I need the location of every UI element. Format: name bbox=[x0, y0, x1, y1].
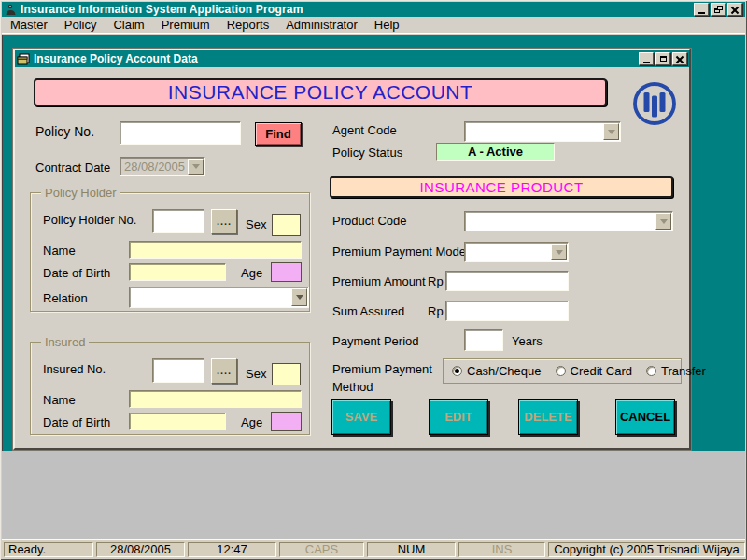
relation-label: Relation bbox=[43, 291, 88, 305]
payment-period-input[interactable] bbox=[464, 329, 503, 351]
menu-premium[interactable]: Premium bbox=[153, 17, 218, 33]
company-logo-icon bbox=[631, 80, 678, 127]
payment-method-group: Cash/Cheque Credit Card Transfer bbox=[443, 358, 682, 384]
main-titlebar[interactable]: Insurance Information System Application… bbox=[2, 2, 745, 17]
policy-holder-no-input[interactable] bbox=[152, 209, 204, 233]
policy-status-label: Policy Status bbox=[332, 146, 402, 160]
maximize-icon bbox=[660, 56, 667, 62]
menu-help[interactable]: Help bbox=[366, 17, 408, 33]
insured-age-label: Age bbox=[241, 415, 262, 429]
insured-sex-field bbox=[272, 363, 301, 385]
close-icon bbox=[676, 56, 684, 63]
radio-selected-icon bbox=[452, 366, 462, 376]
insured-age-field bbox=[271, 412, 302, 431]
policy-holder-no-label: Policy Holder No. bbox=[43, 213, 136, 227]
app-icon bbox=[5, 4, 17, 16]
insured-no-label: Insured No. bbox=[43, 362, 106, 376]
find-button[interactable]: Find bbox=[255, 122, 302, 146]
sum-assured-currency-label: Rp bbox=[428, 304, 444, 318]
child-minimize-button[interactable] bbox=[639, 52, 654, 65]
form-icon bbox=[17, 53, 30, 65]
insured-dob-input[interactable] bbox=[129, 413, 226, 430]
insured-name-label: Name bbox=[43, 393, 76, 407]
save-button: SAVE bbox=[331, 399, 391, 435]
child-restore-button[interactable] bbox=[655, 52, 670, 65]
child-titlebar[interactable]: Insurance Policy Account Data bbox=[15, 50, 689, 67]
contract-date-combobox: 28/08/2005 bbox=[120, 157, 205, 176]
policy-holder-dob-input[interactable] bbox=[129, 263, 226, 281]
dropdown-arrow-icon[interactable] bbox=[551, 244, 567, 260]
close-icon bbox=[731, 7, 739, 13]
edit-button: EDIT bbox=[429, 399, 488, 435]
product-code-combobox[interactable] bbox=[464, 211, 673, 231]
relation-combobox[interactable] bbox=[129, 287, 309, 308]
status-caps: CAPS bbox=[279, 542, 364, 557]
menu-master[interactable]: Master bbox=[2, 17, 56, 33]
policy-holder-name-input[interactable] bbox=[129, 241, 302, 259]
radio-cash-cheque[interactable]: Cash/Cheque bbox=[452, 364, 542, 378]
menu-reports[interactable]: Reports bbox=[218, 17, 278, 33]
insured-name-input[interactable] bbox=[129, 390, 302, 408]
product-section-title: INSURANCE PRODUCT bbox=[330, 176, 673, 198]
delete-button: DELETE bbox=[518, 399, 578, 435]
insured-sex-label: Sex bbox=[246, 367, 266, 381]
cancel-button[interactable]: CANCEL bbox=[615, 399, 675, 435]
menu-claim[interactable]: Claim bbox=[105, 17, 152, 33]
dropdown-arrow-icon[interactable] bbox=[603, 123, 619, 140]
close-button[interactable] bbox=[727, 3, 742, 16]
status-bar: Ready. 28/08/2005 12:47 CAPS NUM INS Cop… bbox=[2, 539, 745, 558]
minimize-icon bbox=[643, 62, 650, 63]
premium-amount-currency-label: Rp bbox=[428, 274, 444, 288]
policy-holder-browse-button[interactable]: .... bbox=[211, 209, 237, 234]
restore-button[interactable] bbox=[711, 3, 726, 16]
insured-dob-label: Date of Birth bbox=[43, 415, 110, 429]
premium-payment-mode-label: Premium Payment Mode bbox=[332, 245, 466, 259]
radio-transfer[interactable]: Transfer bbox=[646, 364, 706, 378]
restore-icon bbox=[714, 6, 723, 13]
agent-code-combobox[interactable] bbox=[464, 121, 621, 142]
premium-amount-label: Premium Amount bbox=[332, 274, 426, 288]
status-ins: INS bbox=[458, 542, 545, 557]
child-title: Insurance Policy Account Data bbox=[34, 52, 198, 65]
mdi-lower-area bbox=[2, 451, 745, 539]
dropdown-arrow-icon[interactable] bbox=[655, 213, 671, 230]
insured-no-input[interactable] bbox=[152, 358, 204, 383]
policy-holder-age-field bbox=[271, 262, 302, 282]
policy-status-value: A - Active bbox=[436, 143, 555, 161]
insured-frame-title: Insured bbox=[41, 335, 89, 349]
policy-no-input[interactable] bbox=[120, 121, 241, 145]
premium-amount-input[interactable] bbox=[445, 271, 569, 291]
policy-holder-dob-label: Date of Birth bbox=[43, 266, 110, 280]
dropdown-arrow-icon[interactable] bbox=[291, 288, 307, 306]
insured-browse-button[interactable]: .... bbox=[211, 358, 237, 384]
menu-policy[interactable]: Policy bbox=[56, 17, 106, 33]
policy-holder-name-label: Name bbox=[43, 244, 76, 258]
policy-holder-sex-label: Sex bbox=[246, 217, 266, 231]
status-copyright: Copyright (c) 2005 Trisnadi Wijaya bbox=[548, 542, 745, 557]
policy-holder-frame-title: Policy Holder bbox=[41, 186, 120, 200]
policy-holder-age-label: Age bbox=[241, 266, 262, 280]
sum-assured-label: Sum Assured bbox=[332, 304, 404, 318]
app-title: Insurance Information System Application… bbox=[21, 3, 303, 16]
child-close-button[interactable] bbox=[672, 52, 687, 65]
menu-administrator[interactable]: Administrator bbox=[277, 17, 366, 33]
radio-icon bbox=[646, 366, 656, 376]
premium-payment-mode-combobox[interactable] bbox=[464, 242, 569, 262]
product-code-label: Product Code bbox=[332, 214, 407, 228]
agent-code-label: Agent Code bbox=[332, 123, 397, 137]
sum-assured-input[interactable] bbox=[445, 301, 569, 321]
years-label: Years bbox=[512, 334, 543, 348]
policy-no-label: Policy No. bbox=[35, 124, 94, 139]
radio-credit-card[interactable]: Credit Card bbox=[556, 364, 632, 378]
minimize-button[interactable] bbox=[694, 3, 709, 16]
menu-bar: Master Policy Claim Premium Reports Admi… bbox=[2, 17, 745, 34]
premium-payment-method-label: Premium Payment Method bbox=[332, 361, 437, 397]
minimize-icon bbox=[698, 12, 705, 14]
contract-date-label: Contract Date bbox=[35, 161, 110, 175]
payment-period-label: Payment Period bbox=[332, 334, 419, 348]
status-time: 12:47 bbox=[188, 542, 276, 557]
status-num: NUM bbox=[367, 542, 456, 557]
status-ready: Ready. bbox=[4, 542, 93, 557]
policy-holder-sex-field bbox=[272, 214, 301, 236]
page-title: INSURANCE POLICY ACCOUNT bbox=[34, 78, 607, 106]
